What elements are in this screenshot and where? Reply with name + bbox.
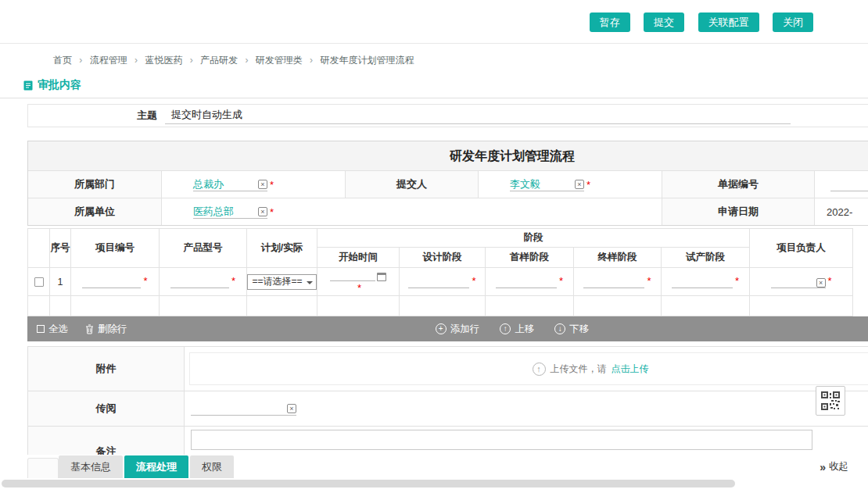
grid-cell-design: * [400,268,486,296]
arrow-down-circle-icon: ↓ [554,323,565,334]
form-row-2: 所属单位 医药总部 × * 申请日期 2022- [28,198,868,225]
submitter-input[interactable]: 李文毅 × [510,177,584,191]
close-button[interactable]: 关闭 [773,12,813,32]
breadcrumb-item-current[interactable]: 研发年度计划管理流程 [320,55,414,66]
browse-icon[interactable]: × [816,278,826,288]
submitter-field: 李文毅 × * [478,171,662,198]
breadcrumb: 首页 › 流程管理 › 蓝悦医药 › 产品研发 › 研发管理类 › 研发年度计划… [53,54,414,67]
subject-input[interactable]: 提交时自动生成 [165,107,791,124]
grid-empty-row [28,296,868,316]
owner-input[interactable]: × [771,277,826,288]
qr-code-button[interactable] [816,386,845,416]
browse-icon[interactable]: × [258,207,267,216]
top-toolbar: 暂存 提交 关联配置 关闭 [0,0,868,44]
collapse-label: 收起 [829,460,848,473]
unit-field: 医药总部 × * [161,198,662,225]
browse-icon[interactable]: × [258,180,267,189]
dept-input[interactable]: 总裁办 × [193,177,267,191]
grid-header-seq: 序号 [50,229,71,268]
grid-header-checkbox [28,229,50,268]
grid-header-design: 设计阶段 [400,248,486,268]
breadcrumb-item-company[interactable]: 蓝悦医药 [145,55,182,66]
attachment-content: ↑ 上传文件，请 点击上传 [185,347,868,391]
design-phase-input[interactable] [408,277,469,288]
plan-actual-select[interactable]: ==请选择== [247,274,316,290]
doc-no-field [814,171,868,198]
circulate-input[interactable]: × [191,402,296,416]
submit-button[interactable]: 提交 [644,12,684,32]
collapse-button[interactable]: » 收起 [820,460,848,473]
breadcrumb-item-home[interactable]: 首页 [53,55,72,66]
upload-dropzone[interactable]: ↑ 上传文件，请 点击上传 [189,352,868,385]
breadcrumb-separator: › [310,55,313,66]
product-model-input[interactable] [170,277,229,288]
doc-no-input[interactable] [830,177,868,191]
required-marker: * [735,275,739,287]
grid-data-row-1: 1 * * ==请选择== * [28,268,868,296]
breadcrumb-item-process-mgmt[interactable]: 流程管理 [90,55,127,66]
arrow-up-circle-icon: ↑ [500,323,511,334]
unit-input[interactable]: 医药总部 × [193,205,267,219]
final-sample-input[interactable] [583,277,644,288]
start-time-input[interactable] [330,270,375,281]
save-draft-button[interactable]: 暂存 [590,12,630,32]
qr-code-icon [821,391,840,410]
breadcrumb-item-rd-category[interactable]: 研发管理类 [256,55,303,66]
required-marker: * [828,275,832,287]
grid-toolbar-center: + 添加行 ↑ 上移 ↓ 下移 [27,316,868,341]
required-marker: * [231,275,235,287]
grid-cell-owner: ×* [750,268,853,296]
dept-value[interactable]: 总裁办 [193,177,224,191]
remark-input[interactable] [191,430,812,450]
delete-row-label: 删除行 [98,323,127,336]
unit-value[interactable]: 医药总部 [193,205,234,219]
browse-icon[interactable]: × [575,180,584,189]
delete-row-button[interactable]: 删除行 [85,323,127,336]
move-up-label: 上移 [515,323,534,336]
attachment-row: 附件 ↑ 上传文件，请 点击上传 [28,347,868,391]
grid-cell-checkbox [28,268,50,296]
document-icon [23,80,33,91]
trial-production-input[interactable] [672,277,733,288]
dept-label: 所属部门 [28,171,161,198]
tab-permission[interactable]: 权限 [190,455,234,478]
related-config-button[interactable]: 关联配置 [698,12,759,32]
tab-stub [27,458,59,478]
grid-cell-empty [28,296,50,316]
submitter-value[interactable]: 李文毅 [510,177,540,191]
subject-row: 主题 提交时自动生成 [27,104,868,127]
grid-cell-final-sample: * [574,268,662,296]
upload-hint: 上传文件，请 [551,362,607,376]
select-placeholder: ==请选择== [252,275,302,288]
calendar-icon[interactable] [377,273,386,281]
move-down-button[interactable]: ↓ 下移 [554,323,589,336]
tab-process-handling[interactable]: 流程处理 [124,455,188,478]
project-no-input[interactable] [82,277,141,288]
browse-icon[interactable]: × [287,404,296,413]
doc-no-label: 单据编号 [662,171,814,198]
grid-header-phase-group: 阶段 [317,229,750,248]
select-all-button[interactable]: 全选 [37,323,68,336]
move-up-button[interactable]: ↑ 上移 [500,323,534,336]
horizontal-scrollbar-thumb[interactable] [2,480,735,488]
grid-filler [853,229,868,268]
apply-date-value[interactable]: 2022- [827,206,852,218]
breadcrumb-item-product-rd[interactable]: 产品研发 [200,55,238,66]
row-checkbox[interactable] [34,277,44,287]
breadcrumb-separator: › [245,55,248,66]
dept-field: 总裁办 × * [161,171,345,198]
project-grid: 序号 项目编号 产品型号 计划/实际 阶段 项目负责人 开始时间 设计阶段 首样… [27,228,868,316]
grid-cell-trial-production: * [662,268,750,296]
tab-basic-info[interactable]: 基本信息 [59,455,123,478]
tabs: 基本信息 流程处理 权限 [59,455,235,478]
select-all-checkbox-icon[interactable] [37,325,45,333]
unit-label: 所属单位 [28,198,161,225]
form-canvas: 主题 提交时自动生成 研发年度计划管理流程 所属部门 总裁办 × * 提交人 李… [27,104,868,477]
upload-link[interactable]: 点击上传 [612,362,649,376]
grid-cell-empty [574,296,662,316]
first-sample-input[interactable] [496,277,557,288]
chevron-down-icon [307,281,313,288]
circulate-content: × [185,391,868,426]
add-row-button[interactable]: + 添加行 [436,323,480,336]
subject-label: 主题 [28,109,165,123]
